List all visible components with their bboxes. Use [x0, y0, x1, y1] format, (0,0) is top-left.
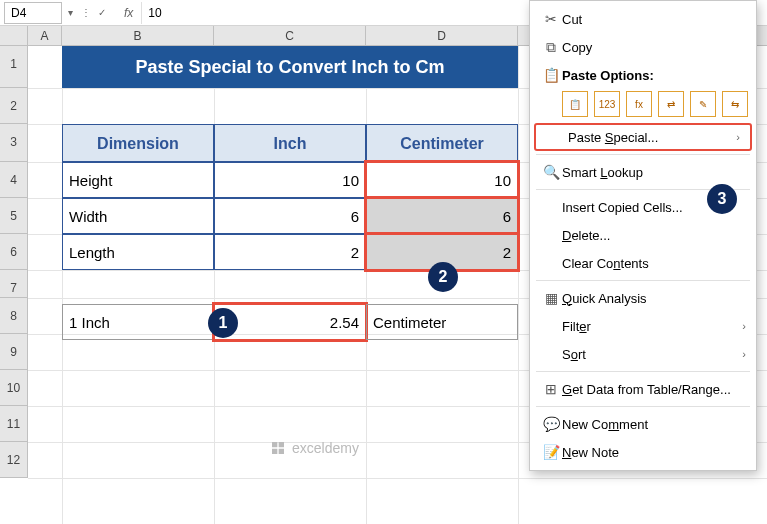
chevron-right-icon: › [736, 131, 740, 143]
menu-filter[interactable]: Filter › [530, 312, 756, 340]
clipboard-icon: 📋 [540, 67, 562, 83]
cell-b5[interactable]: Width [62, 198, 214, 234]
cell-b4[interactable]: Height [62, 162, 214, 198]
toolbar-divider: ⋮ [78, 7, 94, 18]
menu-get-data[interactable]: ⊞ Get Data from Table/Range... [530, 375, 756, 403]
row-head-11[interactable]: 11 [0, 406, 28, 442]
menu-cut[interactable]: ✂ Cut [530, 5, 756, 33]
fx-icon[interactable]: fx [124, 6, 133, 20]
row-head-4[interactable]: 4 [0, 162, 28, 198]
paste-icon-6[interactable]: ⇆ [722, 91, 748, 117]
function-btn[interactable]: ✓ [94, 7, 110, 18]
row-head-9[interactable]: 9 [0, 334, 28, 370]
menu-separator [536, 371, 750, 372]
header-inch[interactable]: Inch [214, 124, 366, 162]
menu-new-note-label: New Note [562, 445, 746, 460]
name-box-dropdown-icon[interactable]: ▾ [62, 7, 78, 18]
step-badge-3: 3 [707, 184, 737, 214]
menu-smart-lookup-label: Smart Lookup [562, 165, 746, 180]
logo-icon [270, 440, 286, 456]
scissors-icon: ✂ [540, 11, 562, 27]
watermark: exceldemy [270, 440, 359, 456]
chevron-right-icon: › [742, 348, 746, 360]
menu-separator [536, 280, 750, 281]
copy-icon: ⧉ [540, 39, 562, 56]
name-box-value: D4 [11, 6, 26, 20]
paste-icon-5[interactable]: ✎ [690, 91, 716, 117]
menu-new-comment[interactable]: 💬 New Comment [530, 410, 756, 438]
paste-icon-1[interactable]: 📋 [562, 91, 588, 117]
menu-quick-analysis[interactable]: ▦ Quick Analysis [530, 284, 756, 312]
title-cell[interactable]: Paste Special to Convert Inch to Cm [62, 46, 518, 88]
menu-sort-label: Sort [562, 347, 742, 362]
menu-paste-special-label: Paste Special... [568, 130, 736, 145]
row-head-10[interactable]: 10 [0, 370, 28, 406]
table-icon: ⊞ [540, 381, 562, 397]
search-icon: 🔍 [540, 164, 562, 180]
analysis-icon: ▦ [540, 290, 562, 306]
menu-separator [536, 406, 750, 407]
cell-c4[interactable]: 10 [214, 162, 366, 198]
menu-clear-label: Clear Contents [562, 256, 746, 271]
row-head-8[interactable]: 8 [0, 298, 28, 334]
menu-copy-label: Copy [562, 40, 746, 55]
cell-c5[interactable]: 6 [214, 198, 366, 234]
formula-bar-value: 10 [148, 6, 161, 20]
menu-get-data-label: Get Data from Table/Range... [562, 382, 746, 397]
menu-paste-options-header: 📋 Paste Options: [530, 61, 756, 89]
menu-clear[interactable]: Clear Contents [530, 249, 756, 277]
data-table: Dimension Inch Centimeter Height 10 10 W… [62, 124, 518, 270]
row-head-5[interactable]: 5 [0, 198, 28, 234]
cell-d4[interactable]: 10 [366, 162, 518, 198]
paste-icon-4[interactable]: ⇄ [658, 91, 684, 117]
cell-c6[interactable]: 2 [214, 234, 366, 270]
header-cm[interactable]: Centimeter [366, 124, 518, 162]
menu-new-comment-label: New Comment [562, 417, 746, 432]
col-head-c[interactable]: C [214, 26, 366, 45]
cell-b6[interactable]: Length [62, 234, 214, 270]
cell-b8[interactable]: 1 Inch [62, 304, 214, 340]
chevron-right-icon: › [742, 320, 746, 332]
col-head-b[interactable]: B [62, 26, 214, 45]
row-head-7[interactable]: 7 [0, 270, 28, 298]
row-head-3[interactable]: 3 [0, 124, 28, 162]
menu-paste-special[interactable]: Paste Special... › [534, 123, 752, 151]
row-head-12[interactable]: 12 [0, 442, 28, 478]
col-head-d[interactable]: D [366, 26, 518, 45]
step-badge-2: 2 [428, 262, 458, 292]
context-menu: ✂ Cut ⧉ Copy 📋 Paste Options: 📋 123 fx ⇄… [529, 0, 757, 471]
header-dimension[interactable]: Dimension [62, 124, 214, 162]
menu-sort[interactable]: Sort › [530, 340, 756, 368]
select-all-corner[interactable] [0, 26, 28, 45]
menu-filter-label: Filter [562, 319, 742, 334]
menu-new-note[interactable]: 📝 New Note [530, 438, 756, 466]
menu-separator [536, 154, 750, 155]
paste-icon-2[interactable]: 123 [594, 91, 620, 117]
menu-paste-options-label: Paste Options: [562, 68, 746, 83]
cell-d8[interactable]: Centimeter [366, 304, 518, 340]
menu-smart-lookup[interactable]: 🔍 Smart Lookup [530, 158, 756, 186]
row-head-2[interactable]: 2 [0, 88, 28, 124]
menu-copy[interactable]: ⧉ Copy [530, 33, 756, 61]
cell-d5[interactable]: 6 [366, 198, 518, 234]
menu-quick-label: Quick Analysis [562, 291, 746, 306]
row-head-1[interactable]: 1 [0, 46, 28, 88]
note-icon: 📝 [540, 444, 562, 460]
conversion-row: 1 Inch 2.54 Centimeter [62, 304, 518, 340]
paste-icon-3[interactable]: fx [626, 91, 652, 117]
menu-cut-label: Cut [562, 12, 746, 27]
watermark-text: exceldemy [292, 440, 359, 456]
menu-delete-label: Delete... [562, 228, 746, 243]
name-box[interactable]: D4 [4, 2, 62, 24]
comment-icon: 💬 [540, 416, 562, 432]
step-badge-1: 1 [208, 308, 238, 338]
paste-option-icons: 📋 123 fx ⇄ ✎ ⇆ [530, 89, 756, 123]
row-head-6[interactable]: 6 [0, 234, 28, 270]
menu-delete[interactable]: Delete... [530, 221, 756, 249]
col-head-a[interactable]: A [28, 26, 62, 45]
